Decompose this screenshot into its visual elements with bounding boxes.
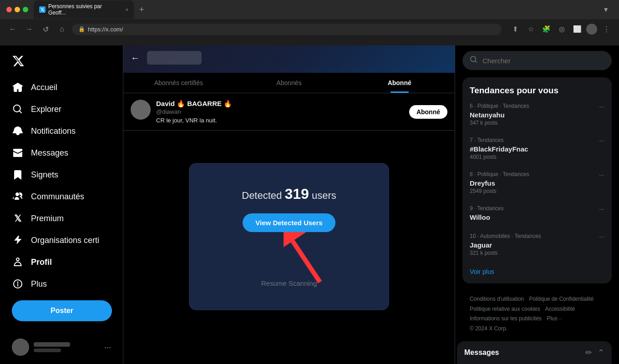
trends-title: Tendances pour vous [462,79,612,97]
trend-meta-3: 9 · Tendances [470,205,504,212]
browser-profile-button[interactable] [586,24,597,35]
trend-more-2[interactable]: ··· [599,171,604,178]
browser-chrome: 𝕏 Personnes suivies par Geoff... × + ▼ ←… [0,0,619,46]
sidebar-item-plus[interactable]: Plus [5,273,117,295]
trend-more-4[interactable]: ··· [599,233,604,240]
trend-meta-1: 7 · Tendances [470,137,504,143]
sidebar-item-label-notifications: Notifications [31,126,76,136]
more-button[interactable]: ⋮ [600,23,613,35]
trend-more-0[interactable]: ··· [599,103,604,110]
person-icon [12,257,24,268]
sidebar-item-explorer[interactable]: Explorer [5,98,117,120]
detection-title: Detected 319 users [216,186,362,202]
post-button[interactable]: Poster [12,300,112,321]
nav-home-button[interactable]: ⌂ [56,23,68,35]
nav-refresh-button[interactable]: ↺ [39,23,52,35]
address-bar[interactable]: 🔒 https://x.com/ [72,24,502,35]
extensions-button[interactable]: 🧩 [540,23,553,35]
trend-count-1: 4001 posts [470,154,604,160]
bookmark-icon [12,169,24,180]
sidebar-logo[interactable] [5,49,117,75]
trend-count-4: 321 k posts [470,250,604,256]
red-arrow-indicator [284,232,338,288]
sidebar-item-messages[interactable]: Messages [5,142,117,164]
sidebar-item-notifications[interactable]: Notifications [5,120,117,142]
bell-icon [12,126,24,136]
sidebar-item-label-accueil: Accueil [31,83,57,92]
footer-link-conditions[interactable]: Conditions d'utilisation [470,296,524,302]
dot-yellow[interactable] [15,7,20,12]
search-icon [12,104,24,115]
sidebar-item-premium[interactable]: 𝕏 Premium [5,207,117,229]
tab-add-button[interactable]: + [136,5,148,15]
trend-name-3: Willoo [470,213,604,221]
trend-item-3[interactable]: 9 · Tendances ··· Willoo [462,200,612,228]
sidebar-user-info [34,342,100,352]
trend-more-1[interactable]: ··· [599,137,604,144]
trend-item-2[interactable]: 8 · Politique · Tendances ··· Dreyfus 25… [462,166,612,200]
bookmark-star-button[interactable]: ☆ [524,23,537,35]
dot-red[interactable] [6,7,12,12]
browser-actions: ⬆ ☆ 🧩 ◎ ⬜ ⋮ [509,23,613,35]
community-icon [12,191,24,202]
sidebar-item-label-signets: Signets [31,170,58,180]
sidebar-item-profil[interactable]: Profil [5,251,117,273]
sidebar-item-signets[interactable]: Signets [5,164,117,186]
sidebar-user-more-icon[interactable]: ··· [104,343,111,352]
trend-item-4[interactable]: 10 · Automobiles · Tendances ··· Jaguar … [462,228,612,262]
trend-item-0[interactable]: 6 · Politique · Tendances ··· Netanyahu … [462,97,612,131]
trend-more-3[interactable]: ··· [599,205,604,212]
sidebar-item-label-organisations: Organisations certi [31,236,99,245]
right-sidebar: Tendances pour vous 6 · Politique · Tend… [455,46,619,364]
tab-title: Personnes suivies par Geoff... [48,3,121,16]
main-content: ← Abonnés certifiés Abonnés Abonné Da [123,46,455,364]
trend-meta-2: 8 · Politique · Tendances [470,171,529,177]
sidebar-item-accueil[interactable]: Accueil [5,76,117,98]
messages-bar: Messages ✏ ⌃ [457,341,612,364]
sidebar-button[interactable]: ⬜ [571,23,583,35]
footer-link-confidentialite[interactable]: Politique de Confidentialité [529,296,594,302]
detection-count: 319 [284,186,309,202]
footer-copyright: © 2024 X Corp. [470,325,507,332]
tab-abonnes-label: Abonnés [276,79,301,86]
app-container: Accueil Explorer Notifications Messages … [0,46,619,364]
nav-forward-button[interactable]: → [23,23,36,35]
messages-collapse-button[interactable]: ⌃ [598,348,604,358]
profile-circle-button[interactable]: ◎ [555,23,568,35]
home-icon [12,82,24,93]
trend-meta-0: 6 · Politique · Tendances [470,103,529,109]
search-input[interactable] [482,57,604,65]
tab-abonnes[interactable]: Abonnés [234,73,345,93]
footer-link-publicites[interactable]: Informations sur les publicités [470,315,542,322]
footer-link-plus[interactable]: Plus ·· [547,315,562,322]
tab-close-button[interactable]: × [126,7,128,12]
footer-link-accessibilite[interactable]: Accessibilité [545,306,575,312]
sidebar-user-profile[interactable]: ··· [5,334,117,360]
voir-plus-link[interactable]: Voir plus [462,262,612,282]
tabs-row: Abonnés certifiés Abonnés Abonné [123,73,455,93]
sidebar-item-organisations[interactable]: Organisations certi [5,229,117,251]
tab-certifies[interactable]: Abonnés certifiés [123,73,234,93]
tab-abonne[interactable]: Abonné [344,73,455,93]
url-text: https://x.com/ [88,26,123,33]
tab-dropdown-button[interactable]: ▼ [599,4,613,15]
dot-green[interactable] [23,7,28,12]
back-button[interactable]: ← [131,53,140,63]
view-detected-button[interactable]: View Detected Users [243,213,335,232]
sidebar-user-avatar [12,339,29,356]
footer-link-cookies[interactable]: Politique relative aux cookies [470,306,540,312]
share-button[interactable]: ⬆ [509,23,522,35]
browser-addressbar: ← → ↺ ⌂ 🔒 https://x.com/ ⬆ ☆ 🧩 ◎ ⬜ ⋮ [0,19,619,39]
profile-banner: ← [123,46,455,73]
trend-item-1[interactable]: 7 · Tendances ··· #BlackFridayFnac 4001 … [462,131,612,166]
sidebar-item-communautes[interactable]: Communautés [5,186,117,207]
search-bar[interactable] [462,51,612,70]
user-name: David 🔥 BAGARRE 🔥 [156,100,232,108]
svg-line-2 [293,241,320,282]
active-tab[interactable]: 𝕏 Personnes suivies par Geoff... × [34,0,134,19]
sidebar-item-label-communautes: Communautés [31,192,84,202]
trends-box: Tendances pour vous 6 · Politique · Tend… [462,77,612,283]
nav-back-button[interactable]: ← [6,23,19,35]
messages-compose-button[interactable]: ✏ [585,348,592,358]
more-circle-icon [12,278,24,289]
